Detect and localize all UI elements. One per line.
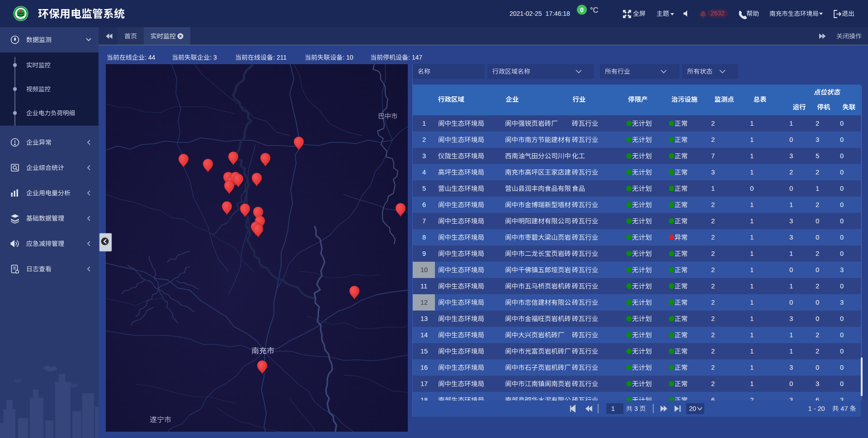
svg-text:: 211: : 211 (273, 54, 287, 61)
svg-text:1: 1 (611, 405, 615, 412)
svg-text:: 10: : 10 (343, 54, 354, 61)
svg-text:20: 20 (689, 405, 696, 412)
svg-text:: 44: : 44 (145, 54, 156, 61)
svg-text:2021-02-25 17:46:18: 2021-02-25 17:46:18 (509, 10, 570, 17)
svg-text:: 3: : 3 (210, 54, 217, 61)
svg-text:°C: °C (590, 6, 599, 14)
svg-text:47: 47 (839, 405, 849, 412)
svg-text:0: 0 (580, 6, 584, 14)
svg-text:1 - 20: 1 - 20 (808, 405, 832, 412)
svg-text:: 147: : 147 (408, 54, 422, 61)
svg-text:2632: 2632 (710, 9, 724, 17)
svg-text:3: 3 (632, 405, 640, 412)
